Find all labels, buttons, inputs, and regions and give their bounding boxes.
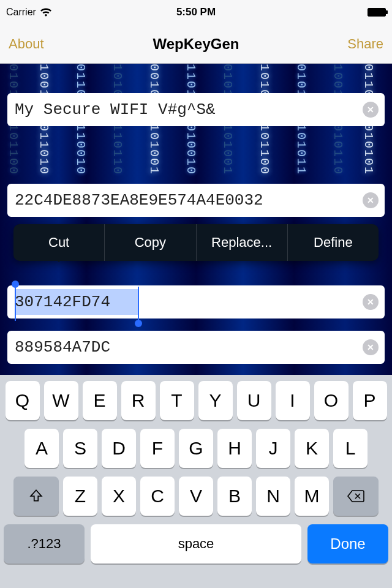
backspace-key[interactable] xyxy=(333,477,379,516)
key-e[interactable]: E xyxy=(83,381,117,420)
key-v[interactable]: V xyxy=(179,477,213,516)
key-j[interactable]: J xyxy=(256,429,290,468)
key-i[interactable]: I xyxy=(276,381,310,420)
ssid-input[interactable] xyxy=(15,100,363,119)
key1-input[interactable] xyxy=(15,191,363,209)
keyboard-row-4: .?123 space Done xyxy=(4,524,388,564)
key3-input[interactable] xyxy=(15,338,363,356)
share-button[interactable]: Share xyxy=(347,24,383,63)
key-y[interactable]: Y xyxy=(198,381,233,420)
key-w[interactable]: W xyxy=(44,381,78,420)
clear-icon[interactable] xyxy=(363,102,379,118)
key-u[interactable]: U xyxy=(237,381,271,420)
key-s[interactable]: S xyxy=(63,429,97,468)
clear-icon[interactable] xyxy=(363,339,379,355)
key-p[interactable]: P xyxy=(353,381,387,420)
key-k[interactable]: K xyxy=(295,429,329,468)
key-o[interactable]: O xyxy=(314,381,349,420)
key-z[interactable]: Z xyxy=(63,477,97,516)
key-h[interactable]: H xyxy=(217,429,252,468)
keyboard-row-3: Z X C V B N M xyxy=(4,477,388,516)
ssid-field-row xyxy=(7,93,385,126)
key-x[interactable]: X xyxy=(102,477,136,516)
keyboard-row-2: A S D F G H J K L xyxy=(4,429,388,468)
replace-button[interactable]: Replace... xyxy=(197,224,288,261)
key-f[interactable]: F xyxy=(140,429,175,468)
key-g[interactable]: G xyxy=(179,429,213,468)
page-title: WepKeyGen xyxy=(153,36,239,53)
edit-menu: Cut Copy Replace... Define xyxy=(13,224,379,261)
copy-button[interactable]: Copy xyxy=(105,224,196,261)
key1-field-row xyxy=(7,184,385,217)
key-d[interactable]: D xyxy=(102,429,136,468)
selection-handle-start[interactable] xyxy=(12,281,19,288)
keyboard: Q W E R T Y U I O P A S D F G H J K L Z xyxy=(0,375,392,588)
done-key[interactable]: Done xyxy=(307,524,388,564)
battery-icon xyxy=(368,8,386,17)
cut-button[interactable]: Cut xyxy=(13,224,105,261)
key2-field-row xyxy=(7,285,385,318)
key-t[interactable]: T xyxy=(160,381,194,420)
key-c[interactable]: C xyxy=(140,477,175,516)
key-q[interactable]: Q xyxy=(6,381,40,420)
clear-icon[interactable] xyxy=(363,294,379,310)
selection-handle-end[interactable] xyxy=(135,320,142,327)
key-l[interactable]: L xyxy=(333,429,368,468)
key2-input[interactable] xyxy=(15,293,363,311)
nav-bar: About WepKeyGen Share xyxy=(0,24,392,64)
about-button[interactable]: About xyxy=(9,24,44,63)
define-button[interactable]: Define xyxy=(288,224,379,261)
key-m[interactable]: M xyxy=(295,477,329,516)
key3-field-row xyxy=(7,331,385,364)
keyboard-row-1: Q W E R T Y U I O P xyxy=(4,381,388,420)
content-area: 0101100101100 1001011011010 011010011001… xyxy=(0,64,392,375)
key-b[interactable]: B xyxy=(217,477,252,516)
mode-key[interactable]: .?123 xyxy=(4,524,85,564)
key-n[interactable]: N xyxy=(256,477,290,516)
clear-icon[interactable] xyxy=(363,192,379,208)
space-key[interactable]: space xyxy=(91,524,301,564)
key-r[interactable]: R xyxy=(121,381,156,420)
shift-key[interactable] xyxy=(13,477,59,516)
clock-label: 5:50 PM xyxy=(0,6,392,18)
status-bar: Carrier 5:50 PM xyxy=(0,0,392,24)
key-a[interactable]: A xyxy=(24,429,59,468)
